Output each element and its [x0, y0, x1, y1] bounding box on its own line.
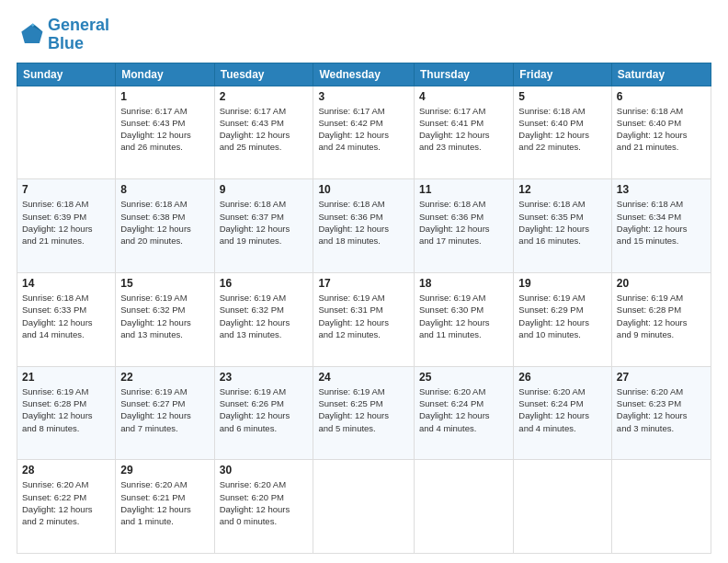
day-number: 8 — [120, 183, 209, 196]
calendar-cell: 15Sunrise: 6:19 AM Sunset: 6:32 PM Dayli… — [116, 272, 214, 366]
day-number: 13 — [617, 183, 706, 196]
day-number: 9 — [220, 183, 309, 196]
day-info: Sunrise: 6:20 AM Sunset: 6:22 PM Dayligh… — [22, 478, 110, 527]
day-number: 23 — [220, 371, 309, 384]
day-info: Sunrise: 6:18 AM Sunset: 6:36 PM Dayligh… — [419, 198, 508, 247]
logo-text: General Blue — [48, 17, 109, 53]
logo-icon — [17, 20, 46, 50]
day-info: Sunrise: 6:17 AM Sunset: 6:43 PM Dayligh… — [220, 105, 309, 154]
calendar-cell: 26Sunrise: 6:20 AM Sunset: 6:24 PM Dayli… — [514, 366, 612, 460]
day-info: Sunrise: 6:20 AM Sunset: 6:21 PM Dayligh… — [120, 478, 209, 527]
calendar-cell: 29Sunrise: 6:20 AM Sunset: 6:21 PM Dayli… — [116, 460, 214, 554]
day-info: Sunrise: 6:18 AM Sunset: 6:38 PM Dayligh… — [120, 198, 209, 247]
day-number: 16 — [220, 277, 309, 290]
day-number: 27 — [617, 371, 706, 384]
calendar-cell: 28Sunrise: 6:20 AM Sunset: 6:22 PM Dayli… — [17, 460, 116, 554]
day-number: 4 — [419, 90, 508, 103]
calendar-cell: 17Sunrise: 6:19 AM Sunset: 6:31 PM Dayli… — [313, 272, 415, 366]
day-number: 11 — [419, 183, 508, 196]
day-number: 20 — [617, 277, 706, 290]
day-info: Sunrise: 6:18 AM Sunset: 6:40 PM Dayligh… — [518, 105, 607, 154]
calendar-cell: 20Sunrise: 6:19 AM Sunset: 6:28 PM Dayli… — [611, 272, 711, 366]
calendar-cell: 5Sunrise: 6:18 AM Sunset: 6:40 PM Daylig… — [514, 86, 612, 179]
calendar-cell: 9Sunrise: 6:18 AM Sunset: 6:37 PM Daylig… — [214, 179, 313, 273]
calendar-cell: 3Sunrise: 6:17 AM Sunset: 6:42 PM Daylig… — [313, 86, 415, 179]
day-info: Sunrise: 6:19 AM Sunset: 6:30 PM Dayligh… — [419, 292, 508, 340]
calendar-week-row: 14Sunrise: 6:18 AM Sunset: 6:33 PM Dayli… — [17, 272, 711, 366]
day-info: Sunrise: 6:19 AM Sunset: 6:31 PM Dayligh… — [318, 292, 409, 340]
calendar-cell: 1Sunrise: 6:17 AM Sunset: 6:43 PM Daylig… — [116, 86, 214, 179]
day-number: 22 — [120, 371, 209, 384]
day-info: Sunrise: 6:19 AM Sunset: 6:32 PM Dayligh… — [120, 292, 209, 340]
calendar-cell: 27Sunrise: 6:20 AM Sunset: 6:23 PM Dayli… — [611, 366, 711, 460]
calendar-table: SundayMondayTuesdayWednesdayThursdayFrid… — [17, 63, 711, 554]
calendar-cell: 30Sunrise: 6:20 AM Sunset: 6:20 PM Dayli… — [214, 460, 313, 554]
day-number: 5 — [518, 90, 607, 103]
day-info: Sunrise: 6:19 AM Sunset: 6:29 PM Dayligh… — [518, 292, 607, 340]
calendar-cell: 13Sunrise: 6:18 AM Sunset: 6:34 PM Dayli… — [611, 179, 711, 273]
weekday-header: Wednesday — [313, 63, 415, 86]
day-number: 18 — [419, 277, 508, 290]
day-number: 29 — [120, 464, 209, 477]
calendar-cell: 23Sunrise: 6:19 AM Sunset: 6:26 PM Dayli… — [214, 366, 313, 460]
calendar-cell: 10Sunrise: 6:18 AM Sunset: 6:36 PM Dayli… — [313, 179, 415, 273]
day-info: Sunrise: 6:17 AM Sunset: 6:41 PM Dayligh… — [419, 105, 508, 154]
calendar-cell: 6Sunrise: 6:18 AM Sunset: 6:40 PM Daylig… — [611, 86, 711, 179]
weekday-header: Sunday — [17, 63, 116, 86]
day-info: Sunrise: 6:19 AM Sunset: 6:28 PM Dayligh… — [617, 292, 706, 340]
day-number: 7 — [22, 183, 110, 196]
day-number: 2 — [220, 90, 309, 103]
day-info: Sunrise: 6:18 AM Sunset: 6:40 PM Dayligh… — [617, 105, 706, 154]
header: General Blue — [17, 17, 711, 53]
day-info: Sunrise: 6:19 AM Sunset: 6:32 PM Dayligh… — [220, 292, 309, 340]
calendar-week-row: 1Sunrise: 6:17 AM Sunset: 6:43 PM Daylig… — [17, 86, 711, 179]
day-info: Sunrise: 6:20 AM Sunset: 6:20 PM Dayligh… — [220, 478, 309, 527]
day-info: Sunrise: 6:18 AM Sunset: 6:34 PM Dayligh… — [617, 198, 706, 247]
calendar-cell — [17, 86, 116, 179]
calendar-cell: 2Sunrise: 6:17 AM Sunset: 6:43 PM Daylig… — [214, 86, 313, 179]
day-info: Sunrise: 6:19 AM Sunset: 6:28 PM Dayligh… — [22, 385, 110, 434]
calendar-cell — [514, 460, 612, 554]
day-info: Sunrise: 6:20 AM Sunset: 6:24 PM Dayligh… — [419, 385, 508, 434]
calendar-cell: 22Sunrise: 6:19 AM Sunset: 6:27 PM Dayli… — [116, 366, 214, 460]
day-info: Sunrise: 6:20 AM Sunset: 6:24 PM Dayligh… — [518, 385, 607, 434]
calendar-cell: 19Sunrise: 6:19 AM Sunset: 6:29 PM Dayli… — [514, 272, 612, 366]
day-info: Sunrise: 6:19 AM Sunset: 6:25 PM Dayligh… — [318, 385, 409, 434]
day-number: 21 — [22, 371, 110, 384]
calendar-cell: 16Sunrise: 6:19 AM Sunset: 6:32 PM Dayli… — [214, 272, 313, 366]
calendar-cell — [415, 460, 514, 554]
calendar-week-row: 7Sunrise: 6:18 AM Sunset: 6:39 PM Daylig… — [17, 179, 711, 273]
day-number: 6 — [617, 90, 706, 103]
weekday-header: Saturday — [611, 63, 711, 86]
day-info: Sunrise: 6:18 AM Sunset: 6:33 PM Dayligh… — [22, 292, 110, 340]
weekday-header: Friday — [514, 63, 612, 86]
logo: General Blue — [17, 17, 109, 53]
day-number: 12 — [518, 183, 607, 196]
day-info: Sunrise: 6:18 AM Sunset: 6:36 PM Dayligh… — [318, 198, 409, 247]
day-number: 17 — [318, 277, 409, 290]
day-number: 19 — [518, 277, 607, 290]
calendar-cell: 11Sunrise: 6:18 AM Sunset: 6:36 PM Dayli… — [415, 179, 514, 273]
calendar-cell: 7Sunrise: 6:18 AM Sunset: 6:39 PM Daylig… — [17, 179, 116, 273]
day-info: Sunrise: 6:19 AM Sunset: 6:27 PM Dayligh… — [120, 385, 209, 434]
calendar-cell — [611, 460, 711, 554]
day-number: 15 — [120, 277, 209, 290]
day-info: Sunrise: 6:17 AM Sunset: 6:42 PM Dayligh… — [318, 105, 409, 154]
calendar-cell — [313, 460, 415, 554]
calendar-cell: 4Sunrise: 6:17 AM Sunset: 6:41 PM Daylig… — [415, 86, 514, 179]
svg-marker-0 — [21, 23, 42, 42]
day-number: 24 — [318, 371, 409, 384]
day-number: 14 — [22, 277, 110, 290]
day-number: 3 — [318, 90, 409, 103]
day-number: 10 — [318, 183, 409, 196]
calendar-cell: 14Sunrise: 6:18 AM Sunset: 6:33 PM Dayli… — [17, 272, 116, 366]
page: General Blue SundayMondayTuesdayWednesda… — [0, 0, 728, 563]
day-info: Sunrise: 6:17 AM Sunset: 6:43 PM Dayligh… — [120, 105, 209, 154]
calendar-cell: 24Sunrise: 6:19 AM Sunset: 6:25 PM Dayli… — [313, 366, 415, 460]
calendar-cell: 21Sunrise: 6:19 AM Sunset: 6:28 PM Dayli… — [17, 366, 116, 460]
calendar-cell: 25Sunrise: 6:20 AM Sunset: 6:24 PM Dayli… — [415, 366, 514, 460]
weekday-header: Thursday — [415, 63, 514, 86]
day-number: 28 — [22, 464, 110, 477]
weekday-header: Tuesday — [214, 63, 313, 86]
weekday-header: Monday — [116, 63, 214, 86]
